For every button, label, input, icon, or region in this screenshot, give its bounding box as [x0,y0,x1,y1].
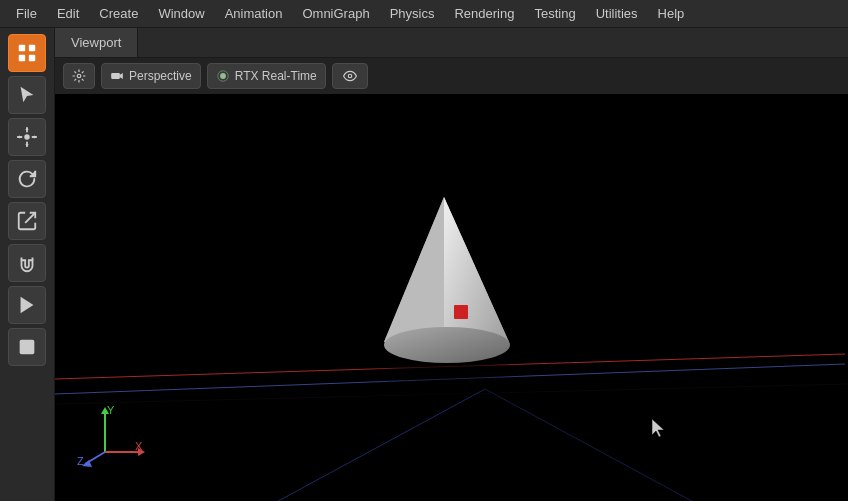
perspective-label: Perspective [129,69,192,83]
cone-3d-object [364,187,524,391]
menu-physics[interactable]: Physics [382,3,443,24]
menu-file[interactable]: File [8,3,45,24]
rtx-realtime-button[interactable]: RTX Real-Time [207,63,326,89]
viewport-tab[interactable]: Viewport [55,28,138,57]
rtx-icon [216,69,230,83]
menu-testing[interactable]: Testing [526,3,583,24]
external-link-tool-button[interactable] [8,202,46,240]
rotate-tool-button[interactable] [8,160,46,198]
rtx-label: RTX Real-Time [235,69,317,83]
main-content: Viewport Perspective [0,28,848,501]
left-toolbar [0,28,55,501]
visibility-button[interactable] [332,63,368,89]
menu-animation[interactable]: Animation [217,3,291,24]
svg-rect-1 [29,45,35,51]
move-tool-button[interactable] [8,118,46,156]
menu-window[interactable]: Window [150,3,212,24]
svg-text:Z: Z [77,455,84,467]
stop-tool-button[interactable] [8,328,46,366]
cone-svg [364,187,524,387]
menu-omnigraph[interactable]: OmniGraph [294,3,377,24]
svg-text:Y: Y [107,404,115,416]
svg-rect-24 [454,305,468,319]
svg-point-14 [348,74,352,78]
select-tool-button[interactable] [8,76,46,114]
camera-perspective-button[interactable]: Perspective [101,63,201,89]
axis-gizmo: Y X Z [75,402,150,467]
viewport-settings-button[interactable] [63,63,95,89]
menu-rendering[interactable]: Rendering [446,3,522,24]
svg-point-9 [77,74,81,78]
svg-point-12 [220,73,226,79]
cursor-indicator [648,417,668,446]
svg-rect-0 [19,45,25,51]
camera-icon [110,69,124,83]
svg-marker-11 [120,73,123,79]
viewport-tab-bar: Viewport [55,28,848,58]
svg-marker-7 [21,297,34,314]
gear-icon [72,69,86,83]
svg-point-4 [24,134,30,140]
menu-bar: File Edit Create Window Animation OmniGr… [0,0,848,28]
menu-edit[interactable]: Edit [49,3,87,24]
svg-text:X: X [135,440,143,452]
menu-help[interactable]: Help [650,3,693,24]
svg-line-17 [125,389,485,501]
eye-icon [341,69,359,83]
menu-utilities[interactable]: Utilities [588,3,646,24]
svg-rect-2 [19,55,25,61]
viewport-toolbar: Perspective RTX Real-Time [55,58,848,94]
viewport-canvas[interactable]: Y X Z [55,94,848,501]
menu-create[interactable]: Create [91,3,146,24]
svg-point-23 [384,327,510,363]
grid-tool-button[interactable] [8,34,46,72]
svg-rect-3 [29,55,35,61]
viewport-panel: Viewport Perspective [55,28,848,501]
play-tool-button[interactable] [8,286,46,324]
magnet-tool-button[interactable] [8,244,46,282]
svg-rect-10 [111,73,120,79]
axis-widget: Y X Z [75,402,150,471]
svg-rect-8 [20,340,35,355]
